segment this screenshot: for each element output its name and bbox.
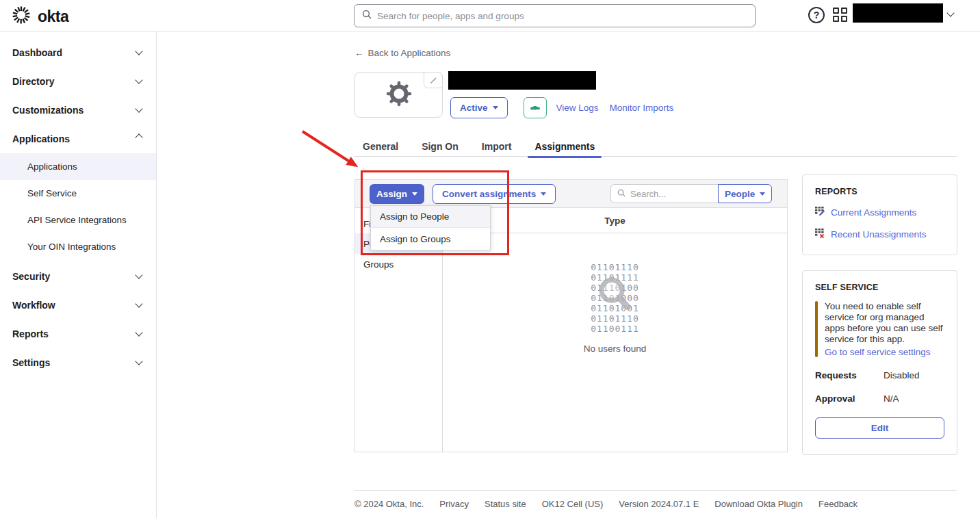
caret-down-icon — [760, 192, 765, 196]
sidebar-item-label: Security — [12, 271, 50, 282]
sidebar-item-workflow[interactable]: Workflow — [0, 291, 156, 320]
empty-state: 01101110 01101111 01110100 01101000 0110… — [443, 262, 787, 354]
binary-line: 01100111 — [591, 324, 639, 334]
view-logs-link[interactable]: View Logs — [556, 103, 599, 113]
current-assignments-link[interactable]: Current Assignments — [815, 206, 944, 218]
report-link-label: Recent Unassignments — [831, 229, 927, 239]
no-users-found-message: No users found — [443, 344, 787, 354]
sidebar-subitem-applications[interactable]: Applications — [0, 153, 156, 180]
sidebar-subitem-self-service[interactable]: Self Service — [0, 180, 156, 207]
tab-general[interactable]: General — [361, 136, 400, 157]
reports-panel-title: REPORTS — [815, 187, 944, 196]
tab-assignments[interactable]: Assignments — [533, 136, 596, 157]
apps-grid-icon[interactable] — [833, 8, 847, 22]
sidebar-item-directory[interactable]: Directory — [0, 67, 156, 96]
recent-unassignments-link[interactable]: Recent Unassignments — [815, 228, 944, 240]
sidebar-item-dashboard[interactable]: Dashboard — [0, 38, 156, 67]
assignments-toolbar: Assign Convert assignments People — [355, 180, 787, 208]
account-name-redacted[interactable] — [853, 3, 943, 23]
self-service-warning: You need to enable self service for org … — [815, 301, 944, 357]
tab-label: Import — [482, 141, 512, 152]
caret-down-icon — [412, 192, 417, 196]
binary-line: 01101110 — [591, 262, 639, 272]
sidebar-item-security[interactable]: Security — [0, 262, 156, 291]
convert-assignments-label: Convert assignments — [442, 189, 536, 199]
sidebar-item-label: Applications — [12, 133, 70, 144]
global-search[interactable] — [354, 4, 756, 27]
reports-panel: REPORTS Current Assignments — [802, 174, 957, 255]
sidebar-subitem-api-service-integrations[interactable]: API Service Integrations — [0, 207, 156, 233]
chevron-down-icon — [135, 328, 142, 336]
handshake-icon — [530, 103, 541, 113]
pencil-icon — [430, 77, 437, 84]
edit-button[interactable]: Edit — [815, 417, 944, 439]
warning-text: You need to enable self service for org … — [825, 301, 944, 345]
chevron-up-icon — [135, 133, 142, 141]
footer-cell-label: OK12 Cell (US) — [542, 499, 604, 509]
tab-import[interactable]: Import — [480, 136, 513, 157]
assignment-search[interactable] — [610, 184, 719, 203]
binary-art: 01101110 01101111 01110100 01101000 0110… — [591, 262, 639, 334]
sidebar-item-reports[interactable]: Reports — [0, 320, 156, 348]
okta-logo[interactable]: okta — [11, 5, 68, 28]
footer-privacy-link[interactable]: Privacy — [439, 499, 469, 509]
sidebar-subitem-label: API Service Integrations — [27, 215, 127, 225]
sidebar-item-applications[interactable]: Applications — [0, 125, 156, 153]
approval-label: Approval — [815, 393, 884, 404]
menu-item-assign-to-people[interactable]: Assign to People — [371, 206, 490, 228]
approval-value: N/A — [884, 393, 899, 404]
footer-download-plugin-link[interactable]: Download Okta Plugin — [714, 499, 803, 509]
sidebar-item-label: Workflow — [12, 300, 55, 311]
scope-people-dropdown[interactable]: People — [718, 184, 772, 203]
footer-version-label: Version 2024.07.1 E — [619, 499, 699, 509]
okta-admin-console: okta ? Dashboard Directory Customization… — [0, 0, 980, 518]
caret-down-icon — [541, 192, 546, 196]
filter-item-groups[interactable]: Groups — [355, 254, 442, 274]
assignment-search-input[interactable] — [630, 189, 712, 199]
chevron-down-icon — [135, 357, 142, 365]
assign-button-label: Assign — [376, 189, 407, 199]
edit-logo-button[interactable] — [424, 72, 443, 88]
tab-sign-on[interactable]: Sign On — [420, 136, 460, 157]
type-column-header: Type — [443, 208, 787, 233]
assignment-search-group: People — [610, 184, 772, 203]
self-service-panel: SELF SERVICE You need to enable self ser… — [802, 270, 957, 455]
convert-assignments-button[interactable]: Convert assignments — [433, 184, 556, 204]
sidebar-item-settings[interactable]: Settings — [0, 348, 156, 377]
topbar: okta ? — [0, 0, 980, 31]
requests-label: Requests — [815, 370, 884, 380]
tab-label: Assignments — [534, 141, 595, 152]
magnifier-watermark-icon — [594, 274, 636, 319]
sidebar-subitem-label: Self Service — [27, 188, 77, 198]
monitor-imports-link[interactable]: Monitor Imports — [610, 103, 674, 113]
back-to-applications-link[interactable]: ← Back to Applications — [354, 48, 450, 58]
search-icon — [362, 10, 372, 22]
sidebar: Dashboard Directory Customizations Appli… — [0, 31, 157, 518]
back-link-label: Back to Applications — [368, 48, 451, 58]
global-search-input[interactable] — [377, 11, 747, 21]
active-status-label: Active — [460, 103, 488, 113]
approval-row: Approval N/A — [815, 393, 944, 404]
app-logo — [354, 72, 443, 118]
search-icon — [617, 187, 626, 200]
assign-dropdown-menu: Assign to People Assign to Groups — [370, 205, 491, 250]
sidebar-subitem-your-oin-integrations[interactable]: Your OIN Integrations — [0, 233, 156, 260]
tab-label: General — [363, 141, 398, 152]
sidebar-subitem-label: Your OIN Integrations — [27, 242, 116, 252]
app-tabs: General Sign On Import Assignments — [354, 136, 957, 157]
footer-divider — [354, 490, 957, 491]
active-status-dropdown[interactable]: Active — [450, 97, 508, 118]
back-arrow-icon: ← — [354, 48, 364, 58]
menu-item-assign-to-groups[interactable]: Assign to Groups — [371, 228, 490, 250]
help-icon[interactable]: ? — [808, 7, 825, 23]
chevron-down-icon[interactable] — [946, 9, 954, 16]
requests-value: Disabled — [884, 370, 920, 380]
chevron-down-icon — [135, 300, 142, 307]
assign-button[interactable]: Assign — [370, 184, 424, 204]
self-service-settings-link[interactable]: Go to self service settings — [825, 347, 944, 357]
sidebar-item-customizations[interactable]: Customizations — [0, 96, 156, 125]
handshake-button[interactable] — [524, 97, 547, 118]
footer-feedback-link[interactable]: Feedback — [818, 499, 858, 509]
footer-status-site-link[interactable]: Status site — [485, 499, 526, 509]
report-grid-x-icon — [815, 228, 825, 240]
